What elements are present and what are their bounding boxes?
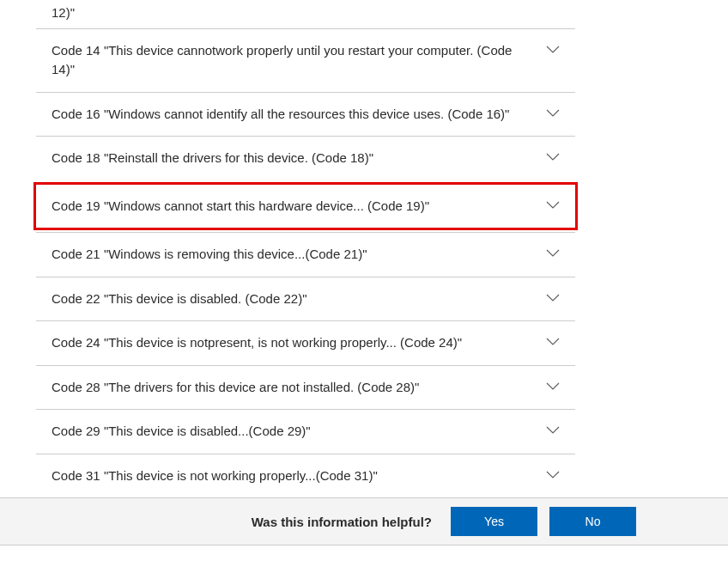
feedback-bar: Was this information helpful? Yes No — [0, 497, 728, 546]
accordion-item-code22[interactable]: Code 22 "This device is disabled. (Code … — [36, 277, 575, 321]
feedback-yes-button[interactable]: Yes — [451, 507, 537, 536]
accordion-item-code14[interactable]: Code 14 "This device cannotwork properly… — [36, 28, 575, 92]
accordion-item-code21[interactable]: Code 21 "Windows is removing this device… — [36, 232, 575, 277]
chevron-down-icon — [546, 471, 560, 479]
accordion-label: Code 31 "This device is not working prop… — [52, 466, 388, 486]
accordion-item-code16[interactable]: Code 16 "Windows cannot identify all the… — [36, 92, 575, 137]
accordion-item-code31[interactable]: Code 31 "This device is not working prop… — [36, 454, 575, 498]
chevron-down-icon — [546, 46, 560, 54]
accordion-item-code29[interactable]: Code 29 "This device is disabled...(Code… — [36, 409, 575, 454]
chevron-down-icon — [546, 201, 560, 210]
chevron-down-icon — [546, 153, 560, 162]
accordion-label: Code 18 "Reinstall the drivers for this … — [52, 149, 384, 168]
accordion-label: Code 14 "This device cannotwork properly… — [52, 41, 546, 80]
accordion-list: 12)" Code 14 "This device cannotwork pro… — [36, 0, 575, 497]
accordion-label: Code 21 "Windows is removing this device… — [52, 245, 377, 265]
partial-label: 12)" — [52, 5, 75, 20]
chevron-down-icon — [546, 382, 560, 391]
accordion-item-code24[interactable]: Code 24 "This device is notpresent, is n… — [36, 320, 575, 365]
chevron-down-icon — [546, 109, 560, 118]
chevron-down-icon — [546, 338, 560, 346]
accordion-label: Code 24 "This device is notpresent, is n… — [52, 333, 472, 353]
accordion-label: Code 29 "This device is disabled...(Code… — [52, 422, 321, 442]
accordion-item-code19[interactable]: Code 19 "Windows cannot start this hardw… — [33, 182, 578, 231]
accordion-label: Code 19 "Windows cannot start this hardw… — [52, 197, 440, 216]
accordion-label: Code 22 "This device is disabled. (Code … — [52, 290, 317, 309]
chevron-down-icon — [546, 294, 560, 302]
chevron-down-icon — [546, 426, 560, 435]
accordion-item-code28[interactable]: Code 28 "The drivers for this device are… — [36, 365, 575, 410]
feedback-inner: Was this information helpful? Yes No — [112, 507, 652, 536]
partial-row: 12)" — [36, 0, 575, 28]
chevron-down-icon — [546, 249, 560, 258]
accordion-item-code18[interactable]: Code 18 "Reinstall the drivers for this … — [36, 136, 575, 180]
accordion-label: Code 28 "The drivers for this device are… — [52, 378, 429, 398]
accordion-label: Code 16 "Windows cannot identify all the… — [52, 105, 519, 125]
feedback-question: Was this information helpful? — [252, 515, 432, 529]
feedback-no-button[interactable]: No — [549, 507, 636, 536]
